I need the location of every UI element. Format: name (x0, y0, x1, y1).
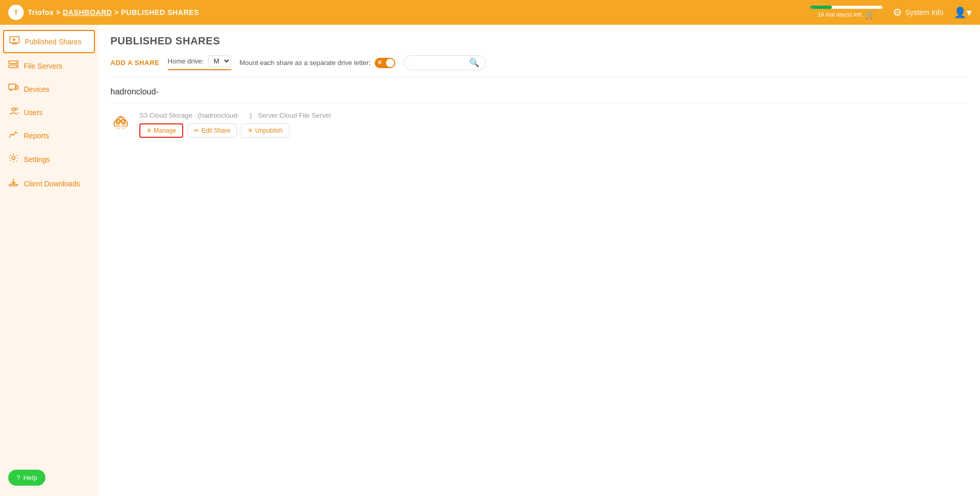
sidebar-item-label: Published Shares (25, 38, 82, 46)
unpublish-button[interactable]: ✕ Unpublish (241, 123, 289, 138)
home-drive-section: Home drive: M N O P (168, 55, 231, 70)
sidebar-item-users[interactable]: Users (0, 101, 98, 124)
add-share-button[interactable]: ADD A SHARE (110, 57, 159, 69)
edit-icon: ✏ (194, 127, 199, 134)
sidebar-item-label: Devices (24, 85, 50, 93)
svg-point-16 (15, 108, 18, 110)
svg-rect-11 (9, 84, 16, 89)
cloud-storage-icon (110, 113, 131, 135)
trial-bar (810, 6, 882, 9)
svg-point-10 (16, 66, 17, 67)
manage-icon: ✕ (147, 127, 152, 134)
sidebar-item-label: Client Downloads (24, 180, 80, 188)
page-title: PUBLISHED SHARES (110, 35, 968, 47)
main-layout: Published Shares File Servers (0, 25, 980, 496)
share-details: S3 Cloud Storage (hadroncloud- ) Server:… (139, 111, 968, 138)
unpublish-icon: ✕ (248, 127, 253, 134)
search-icon[interactable]: 🔍 (469, 58, 479, 68)
help-button[interactable]: ? Help (8, 470, 45, 486)
dashboard-link[interactable]: DASHBOARD (63, 8, 113, 17)
share-item: S3 Cloud Storage (hadroncloud- ) Server:… (110, 107, 968, 142)
share-group-name: hadroncloud- (110, 87, 968, 97)
trial-bar-fill (810, 6, 832, 9)
sidebar: Published Shares File Servers (0, 25, 98, 496)
svg-rect-18 (9, 184, 18, 186)
share-group: hadroncloud- (110, 87, 968, 142)
edit-share-button[interactable]: ✏ Edit Share (187, 123, 237, 138)
mount-section: Mount each share as a separate drive let… (239, 58, 395, 68)
cart-icon[interactable]: 🛒 (865, 10, 875, 20)
client-downloads-icon (8, 178, 19, 189)
sidebar-item-reports[interactable]: Reports (0, 124, 98, 147)
sidebar-item-file-servers[interactable]: File Servers (0, 54, 98, 77)
header: T Triofox > DASHBOARD > PUBLISHED SHARES… (0, 0, 980, 25)
users-icon (8, 107, 19, 118)
trial-info: 16 trial day(s) left. 🛒 (810, 6, 882, 20)
share-actions: ✕ Manage ✏ Edit Share ✕ Unpublish (139, 123, 968, 138)
share-info-row: S3 Cloud Storage (hadroncloud- ) Server:… (139, 111, 968, 119)
sidebar-item-label: File Servers (24, 62, 62, 70)
sidebar-item-devices[interactable]: Devices (0, 77, 98, 101)
mount-toggle[interactable]: ✕ (375, 58, 395, 68)
svg-text:T: T (14, 9, 18, 17)
sidebar-item-client-downloads[interactable]: Client Downloads (0, 171, 98, 196)
header-right: 16 trial day(s) left. 🛒 ⚙ System Info 👤▾ (810, 6, 972, 20)
sidebar-item-label: Reports (24, 132, 49, 140)
search-box: 🔍 (404, 55, 486, 70)
trial-text: 16 trial day(s) left. 🛒 (817, 10, 875, 20)
file-servers-icon (8, 60, 19, 71)
help-icon: ? (17, 474, 20, 482)
sidebar-item-settings[interactable]: Settings (0, 147, 98, 171)
toggle-x-icon: ✕ (377, 59, 382, 66)
manage-button[interactable]: ✕ Manage (139, 123, 183, 138)
devices-icon (8, 84, 19, 94)
sidebar-item-label: Settings (24, 155, 50, 164)
server-label: ) Server:Cloud File Server (250, 111, 331, 119)
user-menu-icon[interactable]: 👤▾ (954, 6, 972, 19)
svg-rect-12 (15, 86, 18, 89)
gear-icon: ⚙ (893, 6, 902, 19)
storage-type-label: S3 Cloud Storage (hadroncloud- (139, 111, 239, 119)
search-input[interactable] (410, 59, 466, 67)
home-drive-label: Home drive: (168, 57, 204, 65)
home-drive-select[interactable]: M N O P (208, 55, 231, 67)
svg-point-9 (16, 62, 17, 63)
header-left: T Triofox > DASHBOARD > PUBLISHED SHARES (8, 5, 199, 20)
sidebar-item-label: Users (24, 108, 43, 117)
divider (110, 103, 968, 103)
reports-icon (8, 130, 19, 141)
toggle-circle (386, 59, 394, 67)
app-logo: T (8, 5, 24, 20)
mount-label: Mount each share as a separate drive let… (239, 59, 371, 67)
settings-icon (8, 153, 19, 165)
content-area: PUBLISHED SHARES ADD A SHARE Home drive:… (98, 25, 980, 496)
svg-point-15 (12, 108, 15, 111)
system-info-button[interactable]: ⚙ System Info (893, 6, 943, 19)
toolbar: ADD A SHARE Home drive: M N O P Mount ea… (110, 55, 968, 77)
published-shares-icon (9, 36, 20, 47)
sidebar-item-published-shares[interactable]: Published Shares (3, 30, 95, 53)
breadcrumb: Triofox > DASHBOARD > PUBLISHED SHARES (28, 8, 199, 17)
svg-point-17 (12, 156, 15, 159)
